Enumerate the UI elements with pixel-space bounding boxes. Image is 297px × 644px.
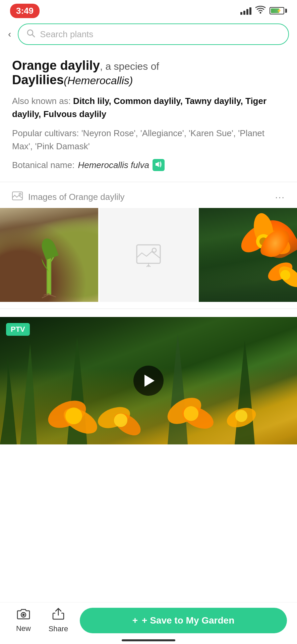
plant-genus-scientific: (Hemerocallis)	[64, 74, 133, 87]
images-section-label: Images of Orange daylily	[28, 192, 125, 202]
share-icon	[52, 608, 64, 623]
home-indicator	[122, 639, 175, 641]
share-button[interactable]: Share	[45, 608, 72, 633]
svg-point-16	[256, 234, 271, 249]
video-thumbnail[interactable]: PTV	[0, 317, 297, 444]
status-icons: ⚡	[240, 6, 287, 16]
play-icon	[144, 375, 155, 387]
svg-point-5	[19, 193, 21, 195]
plant-genus: Daylilies	[12, 73, 64, 87]
plant-image-3[interactable]	[199, 208, 297, 302]
aka-section: Also known as: Ditch lily, Common daylil…	[12, 95, 285, 121]
camera-icon	[17, 608, 30, 622]
plant-image-2[interactable]	[100, 208, 198, 302]
ptv-badge: PTV	[6, 323, 30, 336]
svg-line-2	[32, 35, 35, 37]
svg-point-29	[184, 406, 198, 421]
more-options-button[interactable]: ···	[275, 192, 285, 203]
plant-image-1[interactable]	[0, 208, 98, 302]
share-label: Share	[49, 625, 68, 633]
signal-icon	[240, 7, 251, 15]
aka-label: Also known as:	[12, 96, 71, 106]
images-header: Images of Orange daylily ···	[0, 192, 297, 203]
svg-point-31	[235, 410, 247, 422]
divider-1	[0, 182, 297, 182]
plant-title: Orange daylily, a species of Daylilies(H…	[12, 58, 285, 87]
svg-point-0	[260, 12, 261, 14]
play-button[interactable]	[133, 366, 164, 396]
botanical-label: Botanical name:	[12, 160, 74, 170]
cultivar-label: Popular cultivars:	[12, 128, 79, 138]
image-placeholder-icon	[135, 241, 162, 268]
sound-button[interactable]	[153, 159, 165, 171]
images-grid	[0, 208, 297, 302]
svg-point-33	[22, 614, 25, 616]
svg-point-20	[280, 270, 290, 280]
plant-info-section: Orange daylily, a species of Daylilies(H…	[0, 52, 297, 179]
cultivars-section: Popular cultivars: 'Neyron Rose', 'Alleg…	[12, 127, 285, 153]
svg-point-11	[152, 248, 156, 252]
status-bar: 3:49 ⚡	[0, 0, 297, 20]
video-section: PTV	[0, 317, 297, 444]
species-of-label: , a species of	[100, 61, 159, 72]
search-bar[interactable]: Search plants	[18, 23, 289, 45]
search-input[interactable]: Search plants	[40, 29, 93, 40]
camera-new-button[interactable]: New	[10, 608, 37, 633]
save-icon: +	[132, 615, 138, 626]
botanical-name: Hemerocallis fulva	[78, 160, 149, 170]
new-label: New	[16, 624, 31, 633]
status-time: 3:49	[10, 4, 40, 18]
svg-point-17	[259, 237, 268, 246]
save-to-garden-button[interactable]: + + Save to My Garden	[80, 608, 287, 633]
search-area: ‹ Search plants	[0, 20, 297, 52]
back-button[interactable]: ‹	[8, 29, 11, 40]
svg-point-23	[65, 408, 82, 424]
save-label: + Save to My Garden	[142, 615, 234, 626]
search-icon	[26, 29, 35, 40]
home-indicator-area	[0, 637, 297, 641]
plant-common-name: Orange daylily	[12, 58, 100, 72]
svg-marker-3	[156, 162, 159, 167]
botanical-section: Botanical name: Hemerocallis fulva	[12, 159, 285, 171]
battery-icon: ⚡	[270, 7, 287, 14]
svg-line-8	[49, 294, 56, 297]
svg-line-7	[42, 294, 49, 298]
images-header-left: Images of Orange daylily	[12, 192, 125, 203]
images-section: Images of Orange daylily ···	[0, 185, 297, 305]
svg-point-26	[114, 414, 127, 427]
wifi-icon	[255, 6, 265, 16]
divider-2	[0, 309, 297, 309]
sound-icon	[155, 161, 162, 169]
image-gallery-icon	[12, 192, 23, 203]
